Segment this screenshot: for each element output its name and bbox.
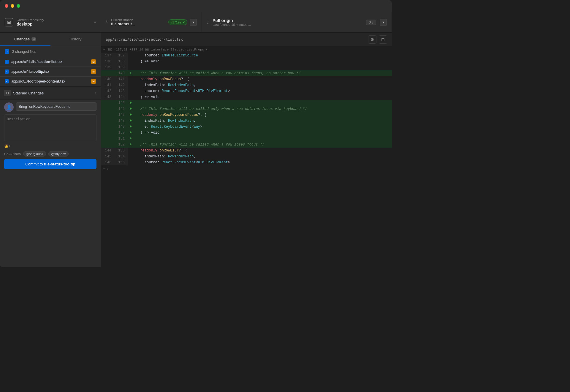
branch-section: ⑂ Current Branch file-status-t... #17192… [101, 12, 202, 32]
file-name-0: app/src/ui/lib/list/section-list.tsx [11, 60, 89, 64]
commit-description-input[interactable] [4, 114, 96, 141]
diff-line-6: 142 143 source: React.FocusEvent<HTMLDiv… [101, 88, 392, 94]
coauthor-row: Co-Authors @sergiou87 @tidy-dev [4, 151, 96, 157]
select-all-checkbox[interactable]: ✓ [5, 49, 9, 54]
diff-line-2: 139 139 [101, 64, 392, 70]
file-name-2: app/src/.../tooltipped-content.tsx [11, 79, 89, 83]
bottom-dots-icon: ⋯ [103, 167, 105, 171]
stashed-section: ⊡ Stashed Changes › [0, 86, 101, 99]
diff-line-5: 141 142 indexPath: RowIndexPath, [101, 82, 392, 88]
pull-title: Pull origin [213, 18, 362, 23]
commit-button[interactable]: Commit to file-status-tooltip [4, 159, 96, 169]
file-checkbox-0[interactable]: ✓ [5, 60, 9, 64]
diff-line-1: 138 138 ) => void [101, 59, 392, 64]
diff-file-path: app/src/ui/lib/list/section-list.tsx [106, 37, 368, 42]
commit-btn-prefix: Commit to [25, 162, 44, 166]
diff-header: app/src/ui/lib/list/section-list.tsx ⚙ ⊡ [101, 33, 392, 46]
content: Changes 3 History ✓ 3 changed files ✓ ap… [0, 33, 392, 267]
repo-info: Current Repository desktop [17, 18, 91, 26]
file-badge-0: M [91, 59, 96, 64]
sidebar-tabs: Changes 3 History [0, 33, 101, 46]
repo-name: desktop [17, 22, 91, 26]
diff-line-18: 146 155 source: React.FocusEvent<HTMLDiv… [101, 159, 392, 165]
commit-area: 👤 🧑+ Co-Authors @sergiou87 @tidy-dev Com… [0, 99, 101, 267]
diff-actions: ⚙ ⊡ [368, 35, 387, 44]
maximize-button[interactable] [17, 4, 20, 8]
diff-line-11: 148 + indexPath: RowIndexPath, [101, 118, 392, 124]
pull-subtitle: Last fetched 16 minutes ... [213, 23, 362, 26]
close-button[interactable] [5, 4, 8, 8]
pull-info: Pull origin Last fetched 16 minutes ... [213, 18, 362, 26]
file-checkbox-1[interactable]: ✓ [5, 69, 9, 74]
tab-history[interactable]: History [50, 33, 101, 46]
file-list: ✓ app/src/ui/lib/list/section-list.tsx M… [0, 57, 101, 86]
file-item-1[interactable]: ✓ app/src/ui/lib/tooltip.tsx M [0, 67, 101, 77]
tab-history-label: History [69, 37, 81, 41]
app: ▣ Current Repository desktop ▾ ⑂ Current… [0, 12, 392, 267]
diff-line-14: 151 + [101, 136, 392, 142]
add-coauthor-button[interactable]: 🧑+ [4, 143, 96, 149]
tab-changes-badge: 3 [31, 37, 36, 41]
commit-btn-branch: file-status-tooltip [44, 162, 75, 166]
repo-section: ▣ Current Repository desktop ▾ [0, 12, 101, 32]
expand-button[interactable]: ⊡ [379, 35, 387, 44]
minimize-button[interactable] [11, 4, 14, 8]
changed-files-count: 3 changed files [12, 50, 36, 54]
diff-hunk-header: ⋯ @@ -137,10 +137,19 @@ interface ISecti… [101, 46, 392, 53]
repo-label: Current Repository [17, 18, 91, 22]
branch-dropdown-button[interactable]: ▾ [190, 19, 197, 26]
tab-changes-label: Changes [14, 37, 30, 41]
commit-summary-input[interactable] [16, 102, 96, 111]
pull-count-badge[interactable]: 3 ↓ [366, 20, 376, 25]
coauthor-badge-1[interactable]: @tidy-dev [48, 151, 69, 157]
sidebar: Changes 3 History ✓ 3 changed files ✓ ap… [0, 33, 101, 267]
avatar: 👤 [4, 102, 14, 112]
branch-name: file-status-t... [111, 22, 147, 26]
stashed-title: Stashed Changes [13, 91, 93, 95]
pull-count: 3 [369, 20, 370, 24]
coauthor-badge-0[interactable]: @sergiou87 [23, 151, 46, 157]
toolbar: ▣ Current Repository desktop ▾ ⑂ Current… [0, 12, 392, 33]
diff-line-17: 145 154 indexPath: RowIndexPath, [101, 154, 392, 159]
diff-line-9: 146 + /** This function will be called o… [101, 106, 392, 112]
bottom-expand-icon: ↓ [107, 167, 109, 171]
hunk-info: @@ -137,10 +137,19 @@ interface ISection… [108, 48, 208, 51]
file-badge-1: M [91, 69, 96, 74]
file-item-2[interactable]: ✓ app/src/.../tooltipped-content.tsx M [0, 77, 101, 86]
check-icon: ✓ [183, 20, 185, 24]
settings-button[interactable]: ⚙ [368, 35, 376, 44]
stash-icon: ⊡ [4, 90, 11, 96]
repo-dropdown-arrow[interactable]: ▾ [94, 20, 96, 24]
file-checkbox-2[interactable]: ✓ [5, 79, 9, 83]
diff-line-8: 145 + [101, 100, 392, 106]
file-badge-2: M [91, 79, 96, 84]
pr-number: #17192 [170, 20, 181, 24]
add-coauthor-icon: 🧑+ [4, 144, 11, 148]
pr-badge[interactable]: #17192 ✓ [168, 19, 187, 25]
pull-icon: ↓ [207, 20, 209, 25]
file-name-1: app/src/ui/lib/tooltip.tsx [11, 69, 89, 74]
repo-icon: ▣ [5, 18, 13, 26]
bottom-expander[interactable]: ⋯ ↓ [101, 165, 392, 172]
pull-section: ↓ Pull origin Last fetched 16 minutes ..… [202, 12, 392, 32]
tab-changes[interactable]: Changes 3 [0, 33, 50, 46]
diff-line-15: 152 + /** This function will be called w… [101, 142, 392, 148]
diff-line-3: 140 + /** This function will be called w… [101, 70, 392, 76]
diff-line-0: 137 137 source: IMouseClickSource [101, 53, 392, 59]
pull-down-icon: ↓ [372, 20, 374, 24]
coauthor-label: Co-Authors [4, 152, 21, 156]
pull-dropdown-button[interactable]: ▾ [380, 19, 387, 26]
titlebar [0, 0, 392, 12]
diff-line-12: 149 + e: React.KeyboardEvent<any> [101, 124, 392, 130]
diff-line-7: 143 144 ) => void [101, 94, 392, 100]
diff-line-4: 140 141 readonly onRowFocus?: ( [101, 76, 392, 82]
diff-line-16: 144 153 readonly onRowBlur?: ( [101, 148, 392, 154]
diff-line-13: 150 + ) => void [101, 130, 392, 136]
branch-info: Current Branch file-status-t... [111, 18, 166, 26]
branch-icon: ⑂ [106, 20, 109, 25]
stashed-header[interactable]: ⊡ Stashed Changes › [0, 87, 101, 99]
branch-label: Current Branch [111, 18, 166, 22]
file-item-0[interactable]: ✓ app/src/ui/lib/list/section-list.tsx M [0, 57, 101, 67]
diff-line-10: 147 + readonly onRowKeyboardFocus?: ( [101, 112, 392, 118]
diff-content: ⋯ @@ -137,10 +137,19 @@ interface ISecti… [101, 46, 392, 267]
